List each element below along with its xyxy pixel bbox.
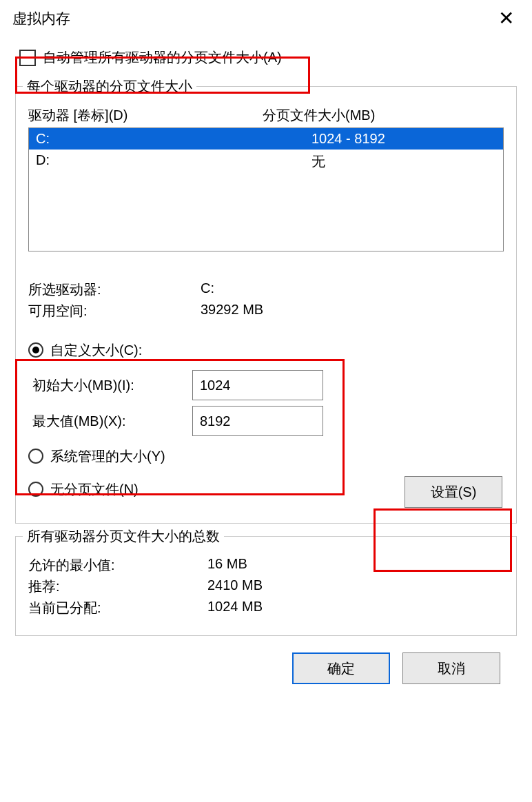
radio-system-row[interactable]: 系统管理的大小(Y) [28,442,504,471]
col-drive-header: 驱动器 [卷标](D) [28,106,263,125]
auto-manage-row[interactable]: 自动管理所有驱动器的分页文件大小(A) [15,41,517,74]
radio-system[interactable] [28,449,43,464]
drive-row[interactable]: D: 无 [29,150,503,174]
radio-custom-label: 自定义大小(C): [50,341,142,360]
initial-size-label: 初始大小(MB)(I): [28,376,192,395]
close-icon[interactable]: ✕ [491,6,521,31]
group-totals-legend: 所有驱动器分页文件大小的总数 [23,527,224,546]
radio-none-label: 无分页文件(N) [50,480,139,499]
col-size-header: 分页文件大小(MB) [263,106,504,125]
set-button[interactable]: 设置(S) [405,476,502,508]
auto-manage-checkbox[interactable] [19,50,36,66]
drive-letter: D: [36,152,311,171]
initial-size-input[interactable] [192,370,323,400]
free-space-label: 可用空间: [28,302,201,320]
radio-custom[interactable] [28,342,43,358]
drive-size: 无 [311,152,496,171]
titlebar: 虚拟内存 ✕ [0,0,532,34]
initial-size-row: 初始大小(MB)(I): [28,370,504,400]
max-size-input[interactable] [192,406,323,436]
max-size-row: 最大值(MB)(X): [28,406,504,436]
max-size-label: 最大值(MB)(X): [28,412,192,431]
recommended-value: 2410 MB [207,577,504,596]
drive-row[interactable]: C: 1024 - 8192 [29,128,503,150]
ok-button[interactable]: 确定 [292,652,390,684]
drive-list[interactable]: C: 1024 - 8192 D: 无 [28,127,504,251]
group-per-drive-legend: 每个驱动器的分页文件大小 [23,77,196,96]
free-space-value: 39292 MB [201,302,504,320]
selected-drive-value: C: [201,280,504,299]
radio-custom-row[interactable]: 自定义大小(C): [28,336,504,364]
currently-allocated-label: 当前已分配: [28,599,207,617]
radio-none[interactable] [28,482,43,497]
min-allowed-value: 16 MB [207,556,504,575]
auto-manage-label: 自动管理所有驱动器的分页文件大小(A) [43,48,282,67]
dialog-footer: 确定 取消 [15,636,517,684]
drive-letter: C: [36,131,311,147]
drive-list-header: 驱动器 [卷标](D) 分页文件大小(MB) [28,106,504,125]
dialog-title: 虚拟内存 [12,9,70,28]
group-per-drive: 每个驱动器的分页文件大小 驱动器 [卷标](D) 分页文件大小(MB) C: 1… [15,86,517,524]
selected-drive-info: 所选驱动器: C: 可用空间: 39292 MB [28,280,504,320]
min-allowed-label: 允许的最小值: [28,556,207,575]
currently-allocated-value: 1024 MB [207,599,504,617]
group-totals: 所有驱动器分页文件大小的总数 允许的最小值: 16 MB 推荐: 2410 MB… [15,536,517,636]
recommended-label: 推荐: [28,577,207,596]
radio-system-label: 系统管理的大小(Y) [50,447,165,466]
size-radio-group: 自定义大小(C): 初始大小(MB)(I): 最大值(MB)(X): 系统管理的… [28,336,504,504]
drive-size: 1024 - 8192 [311,131,496,147]
selected-drive-label: 所选驱动器: [28,280,201,299]
cancel-button[interactable]: 取消 [402,652,500,684]
